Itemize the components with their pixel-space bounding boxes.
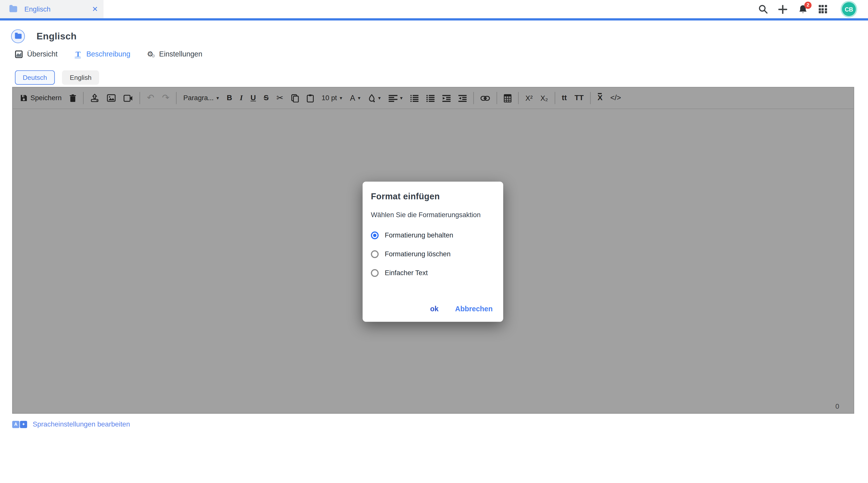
language-settings-link[interactable]: A ✦ Spracheinstellungen bearbeiten bbox=[12, 420, 130, 428]
text-format-icon: T bbox=[74, 50, 82, 58]
tab-label: Einstellungen bbox=[159, 50, 202, 58]
dialog-options: Formatierung behalten Formatierung lösch… bbox=[371, 232, 495, 277]
tab-beschreibung[interactable]: T Beschreibung bbox=[74, 50, 130, 58]
tab-einstellungen[interactable]: ⚙ ⚙ Einstellungen bbox=[147, 50, 203, 58]
open-tab-englisch[interactable]: Englisch ✕ bbox=[0, 0, 104, 18]
option-label: Einfacher Text bbox=[385, 269, 428, 277]
dialog-subtitle: Wählen Sie die Formatierungsaktion bbox=[371, 211, 495, 219]
avatar[interactable]: CB bbox=[842, 2, 856, 16]
radio-icon[interactable] bbox=[371, 250, 379, 258]
translate-icon: A ✦ bbox=[12, 421, 27, 428]
page-title-row: Englisch bbox=[11, 29, 76, 43]
paste-format-dialog: Format einfügen Wählen Sie die Formatier… bbox=[363, 182, 503, 322]
folder-icon bbox=[9, 6, 17, 12]
gears-icon: ⚙ ⚙ bbox=[147, 50, 155, 58]
section-tabs: Übersicht T Beschreibung ⚙ ⚙ Einstellung… bbox=[15, 50, 203, 58]
tab-title: Englisch bbox=[24, 5, 51, 13]
header-accent-line bbox=[0, 18, 868, 21]
notifications-bell-icon[interactable]: 2 bbox=[798, 4, 808, 14]
option-label: Formatierung behalten bbox=[385, 232, 453, 239]
option-keep-formatting[interactable]: Formatierung behalten bbox=[371, 232, 495, 239]
course-folder-icon bbox=[11, 29, 25, 43]
tab-label: Übersicht bbox=[27, 50, 58, 58]
radio-icon[interactable] bbox=[371, 269, 379, 277]
cancel-button[interactable]: Abbrechen bbox=[455, 304, 493, 313]
add-icon[interactable] bbox=[778, 4, 788, 14]
option-label: Formatierung löschen bbox=[385, 250, 451, 258]
page-title: Englisch bbox=[37, 31, 77, 42]
close-icon[interactable]: ✕ bbox=[92, 5, 98, 13]
notification-badge: 2 bbox=[804, 1, 811, 9]
option-plain-text[interactable]: Einfacher Text bbox=[371, 269, 495, 277]
app-root: Englisch ✕ 2 CB Englisch bbox=[0, 0, 868, 483]
chart-icon bbox=[15, 50, 23, 58]
radio-selected-icon[interactable] bbox=[371, 232, 379, 239]
language-switcher: Deutsch English bbox=[15, 70, 99, 85]
option-delete-formatting[interactable]: Formatierung löschen bbox=[371, 250, 495, 258]
language-button-english[interactable]: English bbox=[62, 70, 99, 85]
dialog-title: Format einfügen bbox=[371, 191, 495, 202]
search-icon[interactable] bbox=[758, 4, 768, 14]
tab-uebersicht[interactable]: Übersicht bbox=[15, 50, 58, 58]
language-button-deutsch[interactable]: Deutsch bbox=[15, 70, 55, 85]
language-settings-label: Spracheinstellungen bearbeiten bbox=[33, 420, 130, 428]
top-header: Englisch ✕ 2 CB bbox=[0, 0, 868, 18]
ok-button[interactable]: ok bbox=[430, 304, 438, 313]
apps-grid-icon[interactable] bbox=[817, 4, 828, 14]
header-actions: 2 CB bbox=[758, 0, 856, 18]
tab-label: Beschreibung bbox=[86, 50, 130, 58]
dialog-actions: ok Abbrechen bbox=[371, 304, 495, 315]
